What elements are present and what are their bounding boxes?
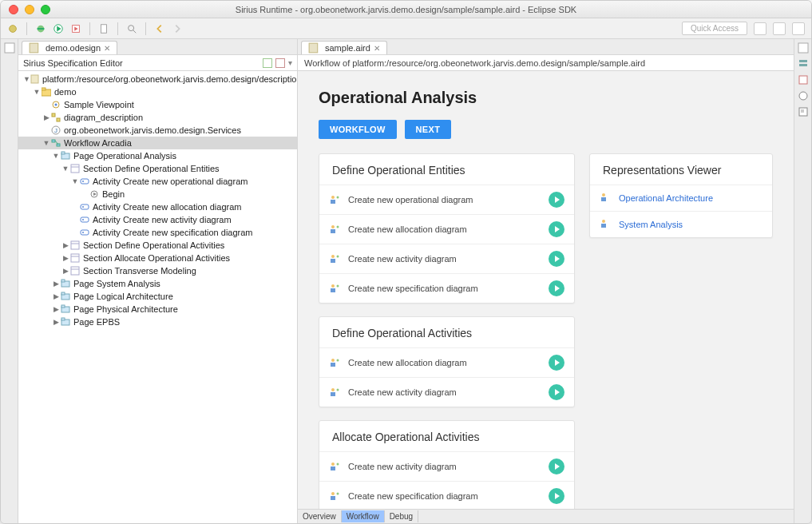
representation-item[interactable]: System Analysis <box>590 211 772 237</box>
tree-twisty-icon[interactable]: ▶ <box>61 254 69 262</box>
tree-node[interactable]: ▶Page System Analysis <box>18 277 297 290</box>
tree-node-label: demo <box>54 87 77 97</box>
svg-rect-87 <box>801 109 804 113</box>
play-icon[interactable] <box>549 355 564 371</box>
activity-item[interactable]: Create new specification diagram <box>319 481 574 509</box>
activity-item[interactable]: Create new activity diagram <box>319 244 574 273</box>
tree-node[interactable]: ▼Section Define Operational Entities <box>18 162 297 175</box>
outline-icon[interactable] <box>798 58 809 69</box>
close-icon[interactable]: ✕ <box>374 44 380 53</box>
diagram-icon <box>600 218 611 231</box>
trim-icon[interactable] <box>798 42 809 54</box>
tree-twisty-icon[interactable]: ▶ <box>52 292 60 300</box>
tree-node[interactable]: ▶diagram_description <box>18 111 297 124</box>
tree-twisty-icon[interactable]: ▶ <box>61 241 69 249</box>
tree-node[interactable]: ▼Page Operational Analysis <box>18 149 297 162</box>
tree-node[interactable]: ▶Section Transverse Modeling <box>18 264 297 277</box>
debug-icon[interactable] <box>35 23 46 34</box>
play-icon[interactable] <box>549 251 564 267</box>
tree-twisty-icon[interactable]: ▶ <box>52 318 60 326</box>
workflow-button[interactable]: WORKFLOW <box>319 120 397 139</box>
begin-icon <box>89 189 100 199</box>
tree-node[interactable]: Activity Create new specification diagra… <box>18 226 297 239</box>
svg-point-16 <box>55 104 57 106</box>
bottom-tab-debug[interactable]: Debug <box>385 510 418 522</box>
quick-access-input[interactable]: Quick Access <box>682 22 747 35</box>
tab-label: sample.aird <box>325 43 370 53</box>
tree-twisty-icon[interactable]: ▼ <box>52 152 60 160</box>
svg-point-56 <box>331 225 335 228</box>
run-icon[interactable] <box>53 23 64 34</box>
play-icon[interactable] <box>549 488 564 504</box>
representation-link[interactable]: Operational Architecture <box>619 193 713 203</box>
tree-twisty-icon[interactable]: ▶ <box>52 305 60 313</box>
specification-tree[interactable]: ▼platform:/resource/org.obeonetwork.jarv… <box>18 71 297 523</box>
perspective-button-1[interactable] <box>754 22 766 35</box>
perspective-button-2[interactable] <box>773 22 786 35</box>
perspective-button-3[interactable] <box>792 22 805 35</box>
bottom-tab-workflow[interactable]: Workflow <box>342 510 385 522</box>
tree-twisty-icon[interactable]: ▶ <box>52 280 60 288</box>
tree-node[interactable]: ▼Workflow Arcadia <box>18 137 297 149</box>
search-icon[interactable] <box>126 23 137 34</box>
section-card: Define Operational ActivitiesCreate new … <box>319 316 575 407</box>
tab-demo-odesign[interactable]: demo.odesign ✕ <box>22 41 117 54</box>
tree-node[interactable]: ▶Page EPBS <box>18 316 297 328</box>
play-icon[interactable] <box>549 280 564 296</box>
play-icon[interactable] <box>549 458 564 474</box>
person-icon <box>329 490 340 502</box>
close-icon[interactable]: ✕ <box>104 44 110 53</box>
representation-item[interactable]: Operational Architecture <box>590 185 772 211</box>
tree-node[interactable]: Begin <box>18 188 297 200</box>
tree-node[interactable]: ▼platform:/resource/org.obeonetwork.jarv… <box>18 73 297 85</box>
run-ext-icon[interactable] <box>70 23 81 34</box>
tree-node[interactable]: Activity Create new allocation diagram <box>18 200 297 213</box>
trim-icon[interactable] <box>4 42 15 54</box>
activity-item[interactable]: Create new operational diagram <box>319 185 574 214</box>
forward-icon[interactable] <box>172 23 183 34</box>
tree-twisty-icon[interactable]: ▼ <box>23 75 30 83</box>
editor-menu-icon[interactable]: ▾ <box>288 58 292 68</box>
new-icon[interactable] <box>98 23 109 34</box>
expand-all-icon[interactable] <box>263 58 272 68</box>
tab-sample-aird[interactable]: sample.aird ✕ <box>301 41 387 54</box>
collapse-all-icon[interactable] <box>275 58 285 68</box>
minimap-icon[interactable] <box>798 106 809 117</box>
activity-item[interactable]: Create new allocation diagram <box>319 214 574 244</box>
tree-twisty-icon[interactable]: ▼ <box>71 177 79 185</box>
tree-node[interactable]: Jorg.obeonetwork.jarvis.demo.design.Serv… <box>18 124 297 137</box>
activity-item[interactable]: Create new allocation diagram <box>319 347 574 377</box>
palette-icon[interactable] <box>798 90 809 101</box>
play-icon[interactable] <box>549 221 564 237</box>
reps-title: Representations Viewer <box>590 154 772 185</box>
activity-item[interactable]: Create new activity diagram <box>319 377 574 407</box>
tree-node[interactable]: ▶Section Allocate Operational Activities <box>18 252 297 264</box>
tree-node[interactable]: Activity Create new activity diagram <box>18 213 297 226</box>
tree-node-label: Activity Create new allocation diagram <box>93 202 241 212</box>
svg-rect-69 <box>331 392 335 396</box>
tree-twisty-icon[interactable]: ▶ <box>42 113 50 121</box>
tree-node[interactable]: ▼demo <box>18 85 297 98</box>
toolbar-icon[interactable] <box>7 23 18 34</box>
cheatsheet-icon[interactable] <box>798 74 809 85</box>
tree-twisty-icon[interactable]: ▼ <box>42 139 50 147</box>
tree-node[interactable]: ▼Activity Create new operational diagram <box>18 175 297 188</box>
tree-node[interactable]: ▶Section Define Operational Activities <box>18 239 297 252</box>
tree-node[interactable]: ▶Page Physical Architecture <box>18 303 297 316</box>
representation-link[interactable]: System Analysis <box>619 220 683 229</box>
tree-node-label: Page Physical Architecture <box>73 304 178 314</box>
activity-item[interactable]: Create new activity diagram <box>319 451 574 481</box>
bottom-tab-overview[interactable]: Overview <box>298 510 342 522</box>
svg-rect-10 <box>5 43 14 53</box>
tree-twisty-icon[interactable]: ▶ <box>61 267 69 275</box>
back-icon[interactable] <box>154 23 165 34</box>
next-button[interactable]: NEXT <box>405 120 452 139</box>
play-icon[interactable] <box>549 192 564 208</box>
svg-point-29 <box>82 181 84 182</box>
tree-twisty-icon[interactable]: ▼ <box>61 165 69 173</box>
tree-twisty-icon[interactable]: ▼ <box>33 88 41 96</box>
tree-node[interactable]: Sample Viewpoint <box>18 98 297 111</box>
tree-node[interactable]: ▶Page Logical Architecture <box>18 290 297 303</box>
activity-item[interactable]: Create new specification diagram <box>319 273 574 303</box>
play-icon[interactable] <box>549 384 564 400</box>
